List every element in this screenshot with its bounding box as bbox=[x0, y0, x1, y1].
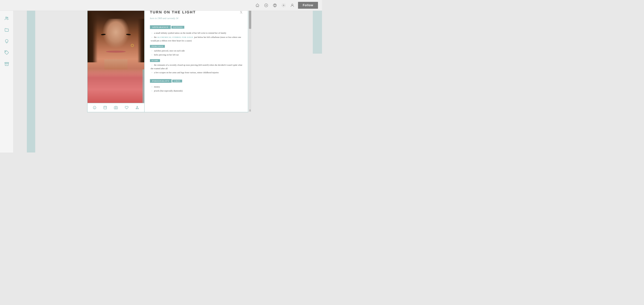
svg-point-7 bbox=[283, 5, 284, 6]
teal-accent-left bbox=[27, 0, 35, 152]
follow-button[interactable]: Follow bbox=[298, 2, 318, 9]
character-photo bbox=[88, 5, 144, 103]
svg-point-11 bbox=[5, 51, 6, 52]
appearance-badge: APPEARANCE bbox=[150, 25, 171, 29]
tattoo-item-2: → the ALCHEMICAL SYMBOL FOR GOLD just be… bbox=[150, 35, 242, 42]
piercings-badge: PIERCINGS bbox=[150, 45, 165, 48]
svg-point-20 bbox=[137, 106, 138, 107]
user-nav-icon[interactable] bbox=[289, 2, 295, 8]
info-toolbar-icon[interactable] bbox=[92, 105, 98, 111]
sidebar-bulb-icon[interactable] bbox=[3, 37, 10, 45]
svg-rect-17 bbox=[104, 106, 107, 109]
settings-nav-icon[interactable] bbox=[280, 2, 286, 8]
scroll-arrows[interactable] bbox=[249, 109, 251, 112]
svg-point-19 bbox=[115, 107, 116, 108]
svg-point-10 bbox=[7, 17, 8, 18]
topbar: Follow bbox=[0, 0, 322, 11]
character-subtitle: born in 1969 and currently 34 bbox=[150, 17, 242, 20]
svg-point-5 bbox=[274, 4, 275, 4]
svg-point-9 bbox=[6, 17, 7, 18]
sidebar-people-icon[interactable] bbox=[3, 15, 10, 22]
svg-line-23 bbox=[136, 107, 137, 108]
like-item-2: → jewels (but especially diamonds) bbox=[150, 89, 242, 93]
sidebar-archive-icon[interactable] bbox=[3, 60, 10, 68]
character-info-panel[interactable]: TURN ON THE LIGHT X born in 1969 and cur… bbox=[144, 5, 248, 112]
add-nav-icon[interactable] bbox=[263, 2, 269, 8]
photo-earring bbox=[131, 44, 134, 47]
svg-point-6 bbox=[276, 5, 276, 5]
character-image-panel bbox=[88, 5, 144, 112]
tattoos-badge: TATTOOS bbox=[172, 26, 184, 29]
scroll-down-arrow[interactable] bbox=[249, 111, 251, 112]
scar-item-2: → a few scrapes on her arms and legs fro… bbox=[150, 71, 242, 74]
image-toolbar bbox=[88, 103, 144, 112]
scar-item-1: → the remnants of a recently closed up n… bbox=[150, 63, 242, 70]
like-item-1: → money bbox=[150, 85, 242, 89]
likes-badge: LIKES bbox=[172, 80, 182, 82]
svg-point-8 bbox=[292, 4, 293, 5]
photo-lips bbox=[106, 51, 126, 53]
camera-toolbar-icon[interactable] bbox=[113, 105, 119, 111]
scars-badge: SCARS bbox=[150, 59, 160, 62]
palette-nav-icon[interactable] bbox=[272, 2, 278, 8]
arrow-icon-2: → bbox=[150, 36, 153, 38]
arrow-icon-1: → bbox=[150, 32, 153, 34]
photo-neck bbox=[104, 59, 128, 69]
arrow-icon-6: → bbox=[150, 71, 153, 74]
arrow-icon-8: → bbox=[150, 89, 153, 92]
arrow-icon-3: → bbox=[150, 49, 153, 52]
alchemical-link[interactable]: ALCHEMICAL SYMBOL FOR GOLD bbox=[157, 36, 193, 38]
home-nav-icon[interactable] bbox=[254, 2, 260, 8]
photo-face bbox=[96, 19, 136, 52]
content-panel: TURN ON THE LIGHT X born in 1969 and cur… bbox=[14, 0, 322, 152]
personality-section: PERSONALITY LIKES → money → jewels (but … bbox=[150, 78, 242, 93]
sidebar-tags-icon[interactable] bbox=[3, 49, 10, 56]
network-toolbar-icon[interactable] bbox=[134, 105, 140, 111]
piercing-item-1: → earlobes pierced, once on each side bbox=[150, 49, 242, 53]
arrow-icon-5: → bbox=[150, 64, 153, 66]
scroll-track[interactable] bbox=[249, 5, 251, 112]
sidebar bbox=[0, 0, 14, 152]
photo-teal-accent bbox=[142, 69, 144, 103]
piercing-item-2: → helix piercing on her left ear bbox=[150, 53, 242, 57]
svg-point-4 bbox=[274, 5, 274, 5]
photo-hair-right bbox=[138, 19, 144, 62]
character-card: TURN ON THE LIGHT X born in 1969 and cur… bbox=[87, 5, 248, 112]
appearance-section: APPEARANCE TATTOOS → a small infinity sy… bbox=[150, 24, 242, 74]
svg-rect-13 bbox=[5, 63, 8, 65]
sidebar-folder-icon[interactable] bbox=[3, 26, 10, 33]
layout-toolbar-icon[interactable] bbox=[102, 105, 108, 111]
arrow-icon-4: → bbox=[150, 53, 153, 56]
heart-toolbar-icon[interactable] bbox=[124, 105, 130, 111]
personality-badge: PERSONALITY bbox=[150, 79, 172, 83]
tattoo-item-1: → a small infinity symbol tattoo on the … bbox=[150, 31, 242, 35]
scroll-up-arrow[interactable] bbox=[249, 109, 251, 110]
arrow-icon-7: → bbox=[150, 85, 153, 88]
svg-line-24 bbox=[137, 107, 138, 108]
photo-clothes bbox=[88, 69, 144, 103]
